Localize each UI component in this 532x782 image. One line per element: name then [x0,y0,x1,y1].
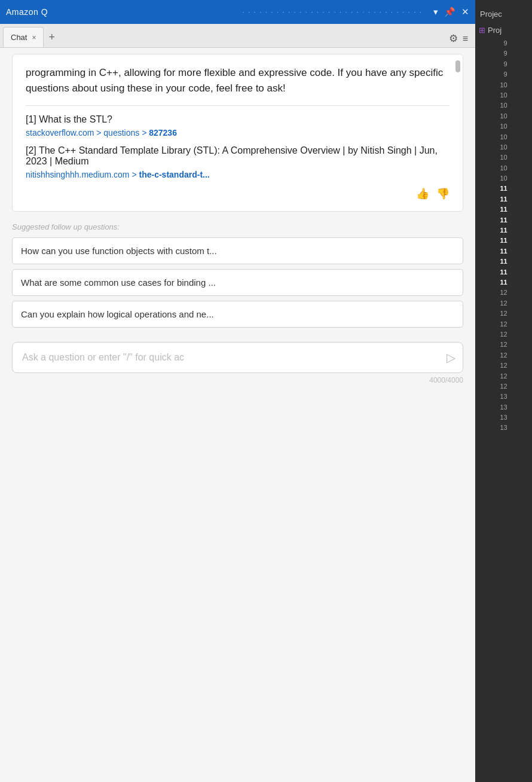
line-number: 12 [496,319,510,329]
scroll-indicator[interactable] [455,60,460,72]
tab-bar: Chat × + ⚙ ≡ [0,24,475,48]
line-number: 11 [496,184,510,194]
ref2-link[interactable]: nitishhsinghhh.medium.com > the-c-standa… [26,170,210,179]
line-number: 10 [496,163,510,173]
line-number: 13 [496,423,510,433]
line-number: 9 [496,69,510,80]
message-actions: 👍 👎 [26,187,450,200]
line-number: 11 [496,215,510,225]
tab-chat[interactable]: Chat × [3,27,44,47]
input-area: Ask a question or enter "/" for quick ac… [12,342,463,373]
line-number: 12 [496,329,510,340]
ref1-link-bold: 827236 [149,128,177,138]
line-number: 13 [496,392,510,402]
title-bar-controls: ▾ 📌 ✕ [433,7,469,17]
line-number: 12 [496,381,510,392]
line-number: 12 [496,288,510,298]
tab-add-button[interactable]: + [44,27,60,47]
ref1-title: [1] What is the STL? [26,114,450,125]
right-panel-title: Projec [475,6,532,22]
thumbs-up-button[interactable]: 👍 [416,187,429,200]
line-number: 11 [496,267,510,277]
line-number: 11 [496,236,510,246]
line-number: 10 [496,142,510,152]
menu-icon[interactable]: ≡ [463,33,468,44]
project-icon: ⊞ [479,26,485,35]
project-header: ⊞ Proj [475,22,532,38]
suggested-section: Suggested follow up questions: How can y… [12,222,463,332]
project-label: Proj [488,26,502,35]
ref2-link-bold: the-c-standard-t... [139,170,210,179]
suggested-label: Suggested follow up questions: [12,222,463,231]
suggested-question-2[interactable]: What are some common use cases for bindi… [12,269,463,296]
line-number: 11 [496,194,510,204]
tab-chat-label: Chat [11,33,27,42]
chat-area: programming in C++, allowing for more fl… [0,48,475,782]
title-bar-decoration: · · · · · · · · · · · · · · · · · · · · … [208,9,434,16]
thumbs-down-button[interactable]: 👎 [436,187,450,200]
line-number: 10 [496,173,510,184]
line-number: 10 [496,121,510,132]
line-number: 9 [496,59,510,69]
settings-icon[interactable]: ⚙ [449,32,458,45]
line-number: 12 [496,350,510,361]
line-number: 12 [496,371,510,381]
line-number: 9 [496,48,510,59]
right-panel: Projec ⊞ Proj 99991010101010101010101011… [475,0,532,782]
char-count: 4000/4000 [12,376,463,384]
app-title: Amazon Q [6,7,208,17]
line-number: 10 [496,111,510,121]
message-bubble: programming in C++, allowing for more fl… [12,54,463,212]
line-number: 9 [496,38,510,48]
line-number: 13 [496,413,510,423]
line-number: 11 [496,225,510,236]
ref2-title: [2] The C++ Standard Template Library (S… [26,145,450,167]
message-body-text: programming in C++, allowing for more fl… [26,65,450,97]
suggested-question-3[interactable]: Can you explain how logical operations a… [12,301,463,328]
line-number: 11 [496,256,510,267]
line-number: 11 [496,204,510,215]
dropdown-icon[interactable]: ▾ [433,7,438,17]
line-number: 10 [496,152,510,163]
ref1-link-text: stackoverflow.com > questions > [26,128,149,138]
close-icon[interactable]: ✕ [461,7,469,17]
tab-close-icon[interactable]: × [32,33,36,42]
send-button[interactable]: ▷ [447,350,455,365]
ref2-link-text: nitishhsinghhh.medium.com > [26,170,139,179]
line-number: 12 [496,308,510,319]
line-number: 11 [496,277,510,288]
pin-icon[interactable]: 📌 [444,7,455,17]
line-number: 10 [496,132,510,142]
line-number: 12 [496,340,510,350]
suggested-question-1[interactable]: How can you use function objects with cu… [12,237,463,264]
line-number: 10 [496,90,510,100]
line-number: 11 [496,246,510,256]
ref1-link[interactable]: stackoverflow.com > questions > 827236 [26,128,177,138]
message-divider [26,105,450,106]
line-number: 12 [496,298,510,308]
title-bar: Amazon Q · · · · · · · · · · · · · · · ·… [0,0,475,24]
line-numbers: 9999101010101010101010101111111111111111… [496,38,510,433]
reference-2: [2] The C++ Standard Template Library (S… [26,145,450,180]
line-number: 12 [496,361,510,371]
reference-1: [1] What is the STL? stackoverflow.com >… [26,114,450,138]
line-number: 10 [496,100,510,111]
line-number: 10 [496,80,510,90]
line-number: 13 [496,402,510,413]
